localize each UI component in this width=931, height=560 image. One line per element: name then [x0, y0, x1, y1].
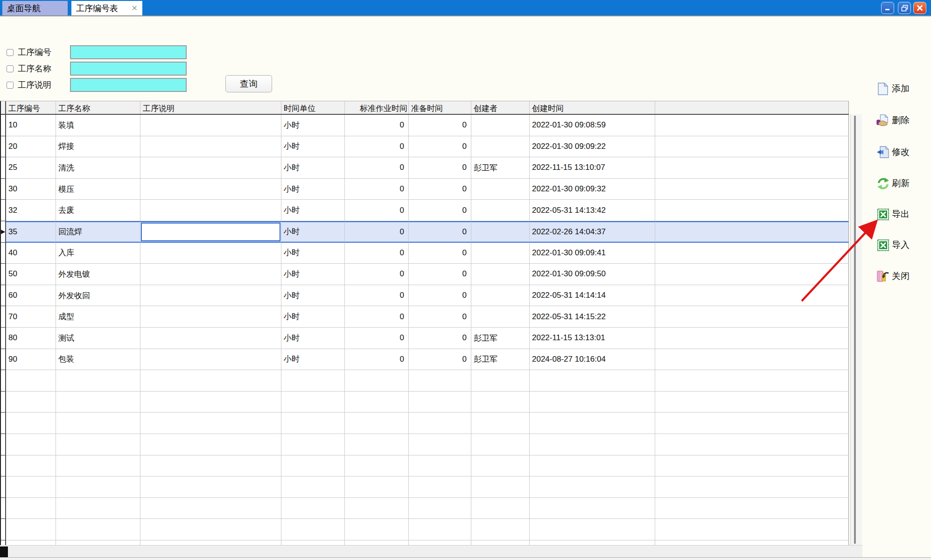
cell-extra[interactable]	[655, 200, 849, 221]
cell-extra[interactable]	[655, 392, 849, 413]
cell-unit[interactable]: 小时	[281, 285, 345, 307]
cell-creator[interactable]	[471, 179, 530, 200]
cell-creator[interactable]	[471, 498, 530, 519]
cell-prep[interactable]	[409, 413, 471, 434]
col-header-name[interactable]: 工序名称	[56, 101, 140, 114]
cell-code[interactable]: 70	[6, 306, 56, 328]
cell-creator[interactable]	[471, 476, 530, 498]
cell-desc[interactable]	[140, 221, 281, 243]
cell-code[interactable]	[6, 455, 56, 477]
cell-std[interactable]: 0	[345, 328, 409, 349]
cell-created[interactable]	[530, 370, 655, 392]
process-desc-input[interactable]	[70, 78, 187, 92]
table-row[interactable]	[1, 476, 849, 498]
desc-edit-cell[interactable]	[141, 223, 280, 241]
cell-std[interactable]	[345, 413, 409, 434]
cell-name[interactable]: 清洗	[56, 157, 140, 179]
table-row[interactable]: 90包装小时00彭卫军2024-08-27 10:16:04	[1, 349, 849, 371]
cell-desc[interactable]	[140, 413, 281, 434]
cell-name[interactable]	[56, 413, 140, 434]
cell-creator[interactable]	[471, 455, 530, 477]
table-row[interactable]	[1, 392, 849, 413]
cell-code[interactable]	[6, 392, 56, 413]
cell-desc[interactable]	[140, 434, 281, 455]
cell-creator[interactable]	[471, 306, 530, 328]
cell-creator[interactable]	[471, 200, 530, 221]
cell-code[interactable]	[6, 498, 56, 519]
cell-name[interactable]: 入库	[56, 243, 140, 264]
cell-unit[interactable]: 小时	[281, 157, 345, 179]
cell-unit[interactable]: 小时	[281, 328, 345, 349]
cell-created[interactable]: 2022-01-30 09:09:41	[530, 243, 655, 264]
cell-unit[interactable]: 小时	[281, 136, 345, 158]
cell-unit[interactable]: 小时	[281, 179, 345, 200]
cell-std[interactable]	[345, 476, 409, 498]
cell-creator[interactable]: 彭卫军	[471, 157, 530, 179]
cell-prep[interactable]: 0	[409, 328, 471, 349]
cell-prep[interactable]: 0	[409, 306, 471, 328]
export-button[interactable]: 导出	[876, 207, 910, 222]
cell-name[interactable]: 回流焊	[56, 221, 140, 243]
cell-unit[interactable]: 小时	[281, 306, 345, 328]
cell-name[interactable]: 成型	[56, 306, 140, 328]
col-header-desc[interactable]: 工序说明	[140, 101, 281, 114]
import-button[interactable]: 导入	[876, 238, 910, 252]
table-row[interactable]: 32去废小时002022-05-31 14:13:42	[1, 200, 849, 221]
cell-creator[interactable]	[471, 136, 530, 158]
table-row[interactable]: 10装填小时002022-01-30 09:08:59	[1, 115, 849, 136]
cell-extra[interactable]	[655, 455, 849, 477]
cell-name[interactable]: 去废	[56, 200, 140, 221]
cell-unit[interactable]	[281, 540, 345, 545]
process-code-checkbox[interactable]	[7, 49, 14, 56]
table-row[interactable]: 25清洗小时00彭卫军2022-11-15 13:10:07	[1, 157, 849, 179]
cell-extra[interactable]	[655, 519, 849, 540]
cell-std[interactable]	[345, 498, 409, 519]
cell-std[interactable]: 0	[345, 221, 409, 243]
cell-created[interactable]: 2022-11-15 13:13:01	[530, 328, 655, 349]
cell-created[interactable]: 2022-01-30 09:09:50	[530, 264, 655, 285]
cell-created[interactable]: 2024-08-27 10:16:04	[530, 349, 655, 371]
delete-button[interactable]: 删除	[876, 113, 910, 128]
table-row[interactable]: 70成型小时002022-05-31 14:15:22	[1, 306, 849, 328]
cell-name[interactable]: 焊接	[56, 136, 140, 158]
cell-desc[interactable]	[140, 157, 281, 179]
cell-extra[interactable]	[655, 328, 849, 349]
cell-prep[interactable]	[409, 519, 471, 540]
cell-name[interactable]	[56, 370, 140, 392]
cell-prep[interactable]	[409, 434, 471, 455]
cell-created[interactable]	[530, 455, 655, 477]
cell-name[interactable]	[56, 498, 140, 519]
cell-name[interactable]	[56, 392, 140, 413]
cell-std[interactable]: 0	[345, 306, 409, 328]
cell-prep[interactable]: 0	[409, 243, 471, 264]
cell-prep[interactable]: 0	[409, 264, 471, 285]
cell-name[interactable]: 包装	[56, 349, 140, 371]
cell-unit[interactable]: 小时	[281, 221, 345, 243]
table-row[interactable]	[1, 434, 849, 455]
cell-created[interactable]	[530, 540, 655, 545]
cell-creator[interactable]	[471, 285, 530, 307]
close-window-button[interactable]	[913, 2, 926, 14]
cell-created[interactable]: 2022-01-30 09:09:22	[530, 136, 655, 158]
cell-creator[interactable]	[471, 413, 530, 434]
cell-name[interactable]: 装填	[56, 115, 140, 136]
cell-created[interactable]	[530, 498, 655, 519]
cell-prep[interactable]	[409, 476, 471, 498]
cell-desc[interactable]	[140, 519, 281, 540]
cell-name[interactable]: 外发电镀	[56, 264, 140, 285]
modify-button[interactable]: 修改	[876, 145, 910, 160]
cell-desc[interactable]	[140, 264, 281, 285]
horizontal-scrollbar[interactable]	[0, 545, 862, 557]
cell-creator[interactable]	[471, 540, 530, 545]
cell-code[interactable]: 30	[6, 179, 56, 200]
cell-std[interactable]	[345, 540, 409, 545]
cell-desc[interactable]	[140, 370, 281, 392]
cell-creator[interactable]	[471, 519, 530, 540]
cell-extra[interactable]	[655, 413, 849, 434]
cell-desc[interactable]	[140, 349, 281, 371]
cell-name[interactable]: 模压	[56, 179, 140, 200]
add-button[interactable]: 添加	[876, 81, 910, 96]
cell-code[interactable]	[6, 370, 56, 392]
cell-code[interactable]	[6, 540, 56, 545]
cell-unit[interactable]	[281, 455, 345, 477]
